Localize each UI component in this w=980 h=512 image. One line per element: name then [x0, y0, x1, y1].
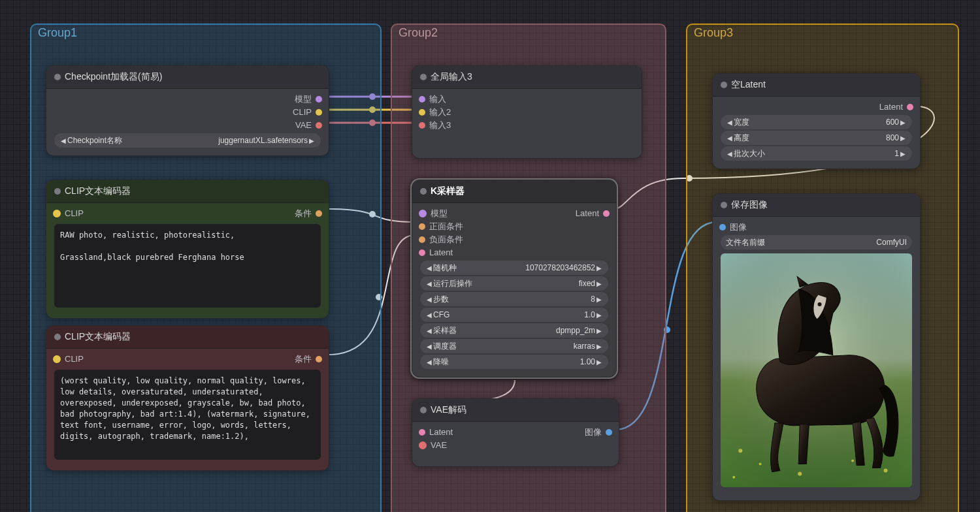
chevron-right-icon[interactable]: ▶	[595, 264, 603, 272]
port-dot-icon	[419, 223, 425, 230]
chevron-right-icon[interactable]: ▶	[899, 150, 907, 157]
collapse-dot-icon[interactable]	[420, 74, 427, 80]
chevron-right-icon[interactable]: ▶	[595, 327, 603, 334]
chevron-left-icon[interactable]: ◀	[425, 280, 433, 287]
node-global-input-3[interactable]: 全局输入3 输入 输入2 输入3	[412, 65, 642, 159]
port-positive[interactable]: 正面条件	[412, 220, 470, 233]
param-label: 随机种	[433, 263, 525, 274]
port-latent[interactable]: Latent	[412, 246, 470, 259]
port-image[interactable]: 图像	[713, 221, 920, 234]
collapse-dot-icon[interactable]	[420, 188, 427, 195]
port-vae[interactable]: VAE	[412, 439, 459, 452]
port-clip[interactable]: CLIP	[46, 353, 90, 366]
param-sampler[interactable]: ◀ 采样器 dpmpp_2m ▶	[420, 323, 608, 338]
node-ksampler[interactable]: K采样器 模型 正面条件 负面条件 Latent	[412, 180, 617, 377]
param-denoise[interactable]: ◀ 降噪 1.00 ▶	[420, 355, 608, 369]
port-dot-icon	[907, 104, 913, 110]
node-vae-decode[interactable]: VAE解码 Latent VAE 图像	[412, 398, 619, 467]
port-dot-icon	[606, 429, 612, 436]
port-model[interactable]: 模型	[412, 207, 470, 220]
chevron-right-icon[interactable]: ▶	[595, 312, 603, 319]
port-input-3[interactable]: 输入3	[412, 119, 642, 132]
collapse-dot-icon[interactable]	[54, 334, 61, 340]
param-value: ComfyUI	[876, 238, 907, 247]
chevron-left-icon[interactable]: ◀	[425, 264, 433, 272]
port-dot-icon	[419, 429, 425, 436]
chevron-left-icon[interactable]: ◀	[726, 119, 734, 126]
port-dot-icon	[419, 96, 425, 103]
chevron-right-icon[interactable]: ▶	[595, 343, 603, 350]
param-value: karras	[574, 342, 595, 351]
port-model[interactable]: 模型	[288, 93, 329, 106]
node-title: CLIP文本编码器	[65, 185, 131, 197]
port-latent[interactable]: Latent	[713, 101, 920, 114]
port-label: 图像	[585, 426, 602, 439]
param-seed[interactable]: ◀ 随机种 1070278203462852 ▶	[420, 261, 608, 275]
chevron-left-icon[interactable]: ◀	[425, 327, 433, 334]
node-title: 全局输入3	[431, 71, 472, 83]
port-conditioning[interactable]: 条件	[288, 207, 329, 220]
output-image-preview[interactable]	[721, 253, 912, 487]
svg-point-13	[851, 459, 854, 462]
chevron-right-icon[interactable]: ▶	[308, 137, 316, 144]
param-filename-prefix[interactable]: 文件名前缀 ComfyUI	[721, 235, 912, 249]
port-label: 条件	[295, 353, 312, 366]
port-clip[interactable]: CLIP	[46, 207, 90, 220]
node-title: K采样器	[431, 185, 465, 197]
chevron-right-icon[interactable]: ▶	[899, 135, 907, 142]
collapse-dot-icon[interactable]	[721, 82, 727, 88]
node-clip-text-encode-positive[interactable]: CLIP文本编码器 CLIP 条件 RAW photo, realistic, …	[46, 180, 329, 319]
port-ring-icon	[53, 355, 61, 363]
chevron-right-icon[interactable]: ▶	[595, 296, 603, 303]
port-dot-icon	[316, 96, 322, 103]
port-latent[interactable]: Latent	[412, 426, 459, 439]
chevron-left-icon[interactable]: ◀	[726, 150, 734, 157]
param-steps[interactable]: ◀ 步数 8 ▶	[420, 292, 608, 306]
port-label: CLIP	[65, 353, 84, 366]
chevron-right-icon[interactable]: ▶	[899, 119, 907, 126]
chevron-right-icon[interactable]: ▶	[595, 359, 603, 366]
collapse-dot-icon[interactable]	[54, 188, 61, 195]
chevron-left-icon[interactable]: ◀	[59, 137, 67, 144]
port-image[interactable]: 图像	[578, 426, 619, 439]
chevron-left-icon[interactable]: ◀	[425, 343, 433, 350]
chevron-right-icon[interactable]: ▶	[595, 280, 603, 287]
port-clip[interactable]: CLIP	[286, 106, 329, 119]
param-checkpoint-name[interactable]: ◀ Checkpoint名称 juggernautXL.safetensors …	[54, 133, 321, 148]
port-input-2[interactable]: 输入2	[412, 106, 642, 119]
chevron-left-icon[interactable]: ◀	[726, 135, 734, 142]
port-conditioning[interactable]: 条件	[288, 353, 329, 366]
port-dot-icon	[316, 109, 322, 116]
chevron-left-icon[interactable]: ◀	[425, 359, 433, 366]
node-checkpoint-loader[interactable]: Checkpoint加载器(简易) 模型 CLIP VAE ◀	[46, 65, 329, 156]
collapse-dot-icon[interactable]	[721, 202, 727, 208]
canvas[interactable]: Group1 Group2 Group3 Checkpoint加载器(简易) 模…	[0, 0, 980, 512]
param-label: 降噪	[433, 357, 580, 368]
port-dot-icon	[419, 122, 425, 129]
param-scheduler[interactable]: ◀ 调度器 karras ▶	[420, 339, 608, 353]
port-negative[interactable]: 负面条件	[412, 233, 470, 246]
port-vae[interactable]: VAE	[289, 119, 329, 132]
collapse-dot-icon[interactable]	[420, 407, 427, 413]
port-dot-icon	[419, 109, 425, 116]
param-batch[interactable]: ◀ 批次大小 1 ▶	[721, 146, 912, 161]
port-input-1[interactable]: 输入	[412, 93, 642, 106]
port-latent-out[interactable]: Latent	[569, 207, 616, 220]
port-label: 正面条件	[429, 220, 463, 233]
port-dot-icon	[316, 356, 322, 362]
node-save-image[interactable]: 保存图像 图像 文件名前缀 ComfyUI	[712, 193, 921, 501]
port-dot-icon	[719, 224, 726, 231]
param-width[interactable]: ◀ 宽度 600 ▶	[721, 115, 912, 129]
param-after-gen[interactable]: ◀ 运行后操作 fixed ▶	[420, 276, 608, 291]
param-height[interactable]: ◀ 高度 800 ▶	[721, 131, 912, 145]
node-clip-text-encode-negative[interactable]: CLIP文本编码器 CLIP 条件 (worst quality, low qu…	[46, 325, 329, 471]
param-value: dpmpp_2m	[556, 326, 595, 335]
chevron-left-icon[interactable]: ◀	[425, 312, 433, 319]
collapse-dot-icon[interactable]	[54, 74, 61, 80]
prompt-input[interactable]: RAW photo, realistic, photorealistic, Gr…	[54, 224, 321, 308]
param-cfg[interactable]: ◀ CFG 1.0 ▶	[420, 308, 608, 322]
node-empty-latent[interactable]: 空Latent Latent ◀ 宽度 600 ▶ ◀ 高度 800 ▶ ◀ 批…	[712, 73, 921, 169]
port-label: Latent	[429, 246, 453, 259]
prompt-input[interactable]: (worst quality, low quality, normal qual…	[54, 370, 321, 460]
chevron-left-icon[interactable]: ◀	[425, 296, 433, 303]
